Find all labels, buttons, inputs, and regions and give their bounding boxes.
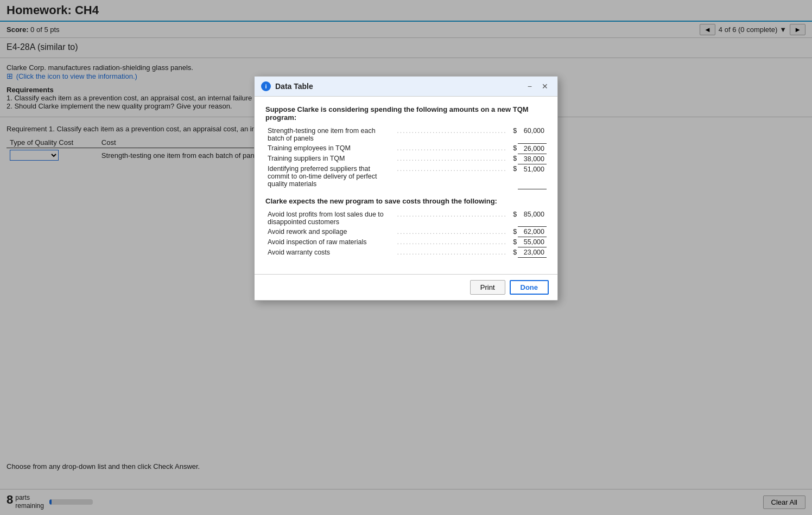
tqm-item-desc: Identifying preferred suppliers that com…	[265, 164, 395, 167]
section1-title: Suppose Clarke is considering spending t…	[265, 105, 547, 122]
tqm-dollar: $	[509, 143, 518, 154]
tqm-item-row: Identifying preferred suppliers that com…	[265, 164, 547, 167]
tqm-amount: 60,000	[518, 126, 547, 143]
tqm-amount: 51,000	[518, 164, 547, 167]
tqm-amount: 26,000	[518, 143, 547, 154]
modal-body: Suppose Clarke is considering spending t…	[255, 97, 557, 167]
modal-header-left: i Data Table	[261, 81, 313, 91]
minimize-button[interactable]: −	[525, 81, 535, 92]
tqm-item-row: Strength-testing one item from each batc…	[265, 126, 547, 143]
tqm-dots: .....................................	[395, 154, 509, 164]
data-table-modal: i Data Table − ✕ Suppose Clarke is consi…	[254, 76, 558, 167]
tqm-item-row: Training employees in TQM ..............…	[265, 143, 547, 154]
tqm-item-desc: Strength-testing one item from each batc…	[265, 126, 395, 143]
info-icon: i	[261, 81, 271, 91]
tqm-dots: .....................................	[395, 164, 509, 167]
tqm-item-desc: Training employees in TQM	[265, 143, 395, 154]
tqm-item-desc: Training suppliers in TQM	[265, 154, 395, 164]
modal-header: i Data Table − ✕	[255, 77, 557, 97]
tqm-amount: 38,000	[518, 154, 547, 164]
modal-header-controls: − ✕	[525, 81, 551, 92]
modal-overlay: i Data Table − ✕ Suppose Clarke is consi…	[0, 0, 812, 167]
tqm-dollar: $	[509, 126, 518, 143]
tqm-items-table: Strength-testing one item from each batc…	[265, 126, 547, 167]
close-button[interactable]: ✕	[539, 81, 551, 92]
tqm-item-row: Training suppliers in TQM ..............…	[265, 154, 547, 164]
tqm-dots: .....................................	[395, 143, 509, 154]
tqm-dollar: $	[509, 164, 518, 167]
modal-title: Data Table	[275, 82, 313, 91]
tqm-dots: .....................................	[395, 126, 509, 143]
tqm-dollar: $	[509, 154, 518, 164]
